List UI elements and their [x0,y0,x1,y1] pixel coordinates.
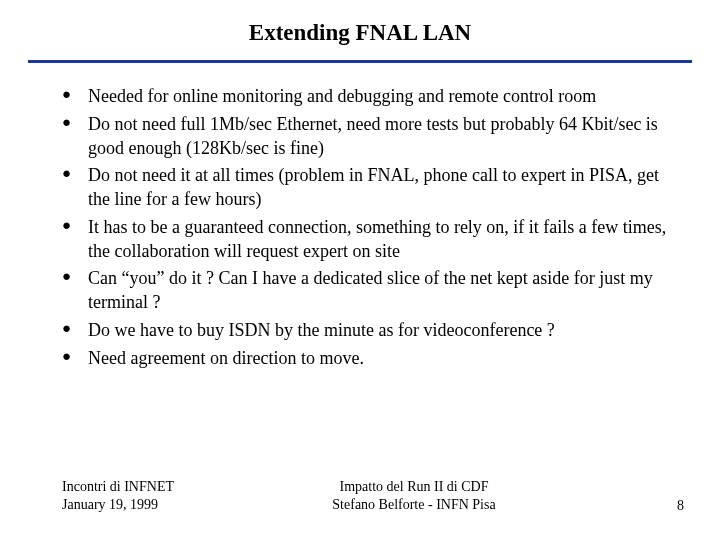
footer-left-line1: Incontri di INFNET [62,478,174,496]
slide: Extending FNAL LAN Needed for online mon… [0,0,720,540]
footer: Incontri di INFNET January 19, 1999 Impa… [0,478,720,514]
title-rule [28,60,692,63]
bullet-item: It has to be a guaranteed connection, so… [62,216,684,268]
footer-left: Incontri di INFNET January 19, 1999 [62,478,174,514]
footer-center-line2: Stefano Belforte - INFN Pisa [174,496,654,514]
bullet-item: Need agreement on direction to move. [62,347,684,375]
bullet-item: Can “you” do it ? Can I have a dedicated… [62,267,684,319]
bullet-item: Do we have to buy ISDN by the minute as … [62,319,684,347]
footer-center: Impatto del Run II di CDF Stefano Belfor… [174,478,654,514]
bullet-item: Do not need it at all times (problem in … [62,164,684,216]
footer-center-line1: Impatto del Run II di CDF [174,478,654,496]
bullet-list: Needed for online monitoring and debuggi… [0,85,720,374]
bullet-item: Needed for online monitoring and debuggi… [62,85,684,113]
page-number: 8 [654,498,684,514]
bullet-item: Do not need full 1Mb/sec Ethernet, need … [62,113,684,165]
footer-left-line2: January 19, 1999 [62,496,174,514]
slide-title: Extending FNAL LAN [0,0,720,60]
